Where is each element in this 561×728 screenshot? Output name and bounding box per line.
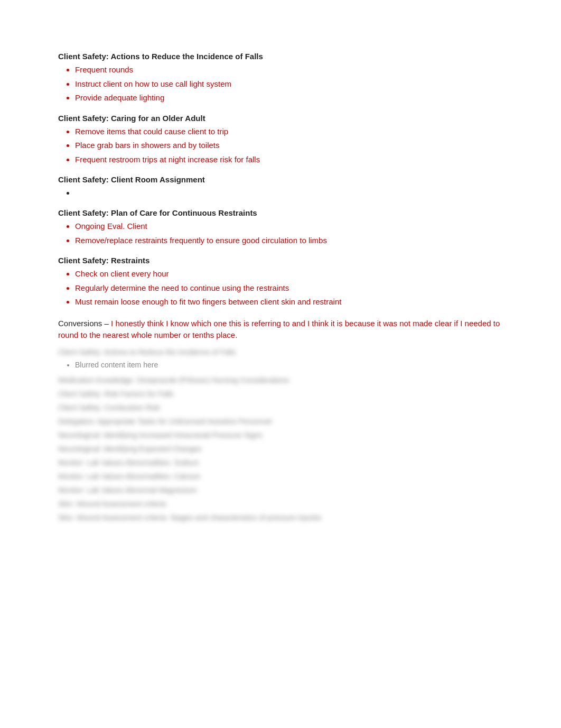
list-item: Provide adequate lighting [75, 92, 508, 104]
heading-older-adult: Client Safety: Caring for an Older Adult [58, 114, 508, 123]
blurred-section-4: Client Safety: Combustion Risk [58, 403, 508, 412]
blurred-section-6: Neurological: Identifying Increased Intr… [58, 431, 508, 439]
blurred-section-10: Monitor: Lab Values Abnormal Magnesium [58, 486, 508, 494]
list-item: Place grab bars in showers and by toilet… [75, 140, 508, 152]
list-item: Regularly determine the need to continue… [75, 282, 508, 294]
blurred-section-3: Client Safety: Risk Factors for Falls [58, 390, 508, 398]
section-older-adult: Client Safety: Caring for an Older Adult… [58, 114, 508, 166]
conversions-label: Conversions – [58, 319, 111, 328]
blurred-section-7: Neurological: Identifying Expected Chang… [58, 445, 508, 453]
list-item: Check on client every hour [75, 268, 508, 280]
blurred-section-12: Skin: Wound Assessment criteria: Stages … [58, 513, 508, 522]
list-falls: Frequent rounds Instruct client on how t… [75, 64, 508, 104]
conversions-section: Conversions – I honestly think I know wh… [58, 318, 508, 342]
section-room-assignment: Client Safety: Client Room Assignment [58, 175, 508, 199]
heading-restraints: Client Safety: Restraints [58, 256, 508, 265]
blurred-section-5: Delegation: Appropriate Tasks for Unlice… [58, 417, 508, 426]
list-item: Remove/replace restraints frequently to … [75, 235, 508, 247]
section-falls: Client Safety: Actions to Reduce the Inc… [58, 52, 508, 104]
list-restraints-plan: Ongoing Eval. Client Remove/replace rest… [75, 220, 508, 246]
conversions-text: I honestly think I know which one this i… [58, 319, 500, 340]
blurred-section-11: Skin: Wound Assessment criteria [58, 500, 508, 508]
blurred-list-1: Blurred content item here [75, 360, 508, 371]
list-item: Frequent restroom trips at night increas… [75, 154, 508, 166]
heading-room-assignment: Client Safety: Client Room Assignment [58, 175, 508, 184]
blurred-section-8: Monitor: Lab Values Abnormalities: Sodiu… [58, 458, 508, 467]
list-item: Instruct client on how to use call light… [75, 78, 508, 90]
heading-falls: Client Safety: Actions to Reduce the Inc… [58, 52, 508, 61]
list-older-adult: Remove items that could cause client to … [75, 126, 508, 166]
list-item: Ongoing Eval. Client [75, 220, 508, 233]
section-restraints: Client Safety: Restraints Check on clien… [58, 256, 508, 308]
list-restraints: Check on client every hour Regularly det… [75, 268, 508, 308]
blurred-section-2: Medication Knowledge: Omeprazole (Prilos… [58, 376, 508, 384]
heading-restraints-plan: Client Safety: Plan of Care for Continuo… [58, 208, 508, 217]
list-item: Frequent rounds [75, 64, 508, 76]
list-item: Must remain loose enough to fit two fing… [75, 296, 508, 308]
list-item: Remove items that could cause client to … [75, 126, 508, 138]
blurred-section-1: Client Safety: Actions to Reduce the Inc… [58, 348, 508, 356]
list-room-assignment [75, 187, 508, 199]
blurred-list-item: Blurred content item here [75, 360, 508, 371]
section-restraints-plan: Client Safety: Plan of Care for Continuo… [58, 208, 508, 246]
list-item-empty [75, 187, 508, 199]
blurred-section-9: Monitor: Lab Values Abnormalities: Calci… [58, 472, 508, 481]
